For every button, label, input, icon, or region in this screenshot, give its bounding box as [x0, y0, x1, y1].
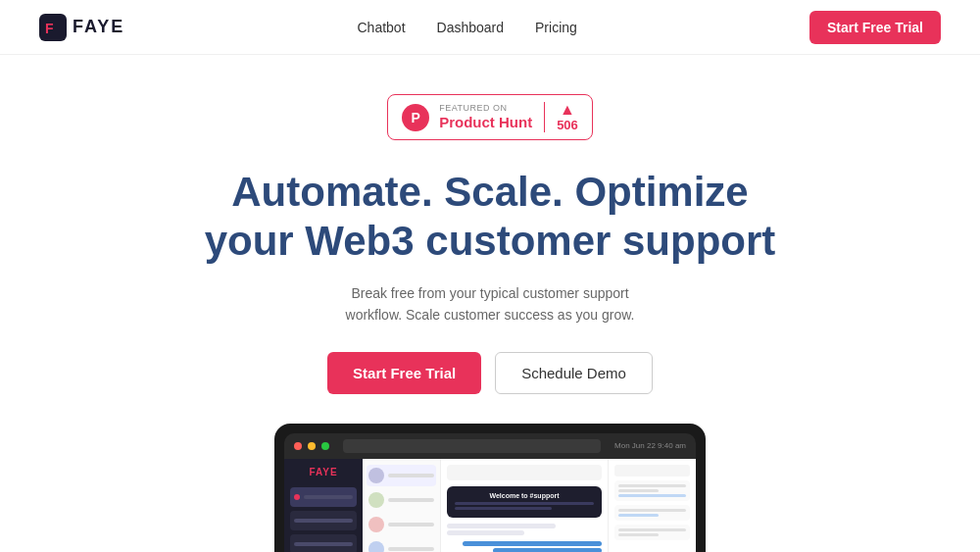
chat-list-item-1: [367, 465, 436, 486]
browser-url-bar: [343, 439, 601, 453]
rp-line-3: [618, 494, 686, 497]
faye-logo-icon: F: [39, 14, 67, 41]
msg-line-3: [463, 541, 602, 546]
chat-list-item-4: [367, 538, 436, 552]
laptop-screen: FAYE: [284, 459, 696, 552]
navbar-cta-button[interactable]: Start Free Trial: [809, 11, 941, 44]
window-minimize-dot: [308, 442, 316, 450]
product-hunt-text: FEATURED ON Product Hunt: [439, 103, 532, 131]
navbar: F FAYE Chatbot Dashboard Pricing Start F…: [0, 0, 980, 55]
welcome-line-1: [455, 502, 594, 505]
app-main-chat: Welcome to #support: [441, 459, 608, 552]
chat-name-2: [388, 498, 434, 502]
app-preview-laptop: Mon Jun 22 9:40 am FAYE: [274, 424, 706, 552]
svg-text:F: F: [45, 21, 54, 36]
message-sent-1: [447, 541, 602, 552]
avatar-3: [368, 517, 384, 532]
laptop-frame: Mon Jun 22 9:40 am FAYE: [274, 424, 706, 552]
hero-cta-secondary-button[interactable]: Schedule Demo: [495, 352, 653, 394]
msg-line-1: [447, 524, 556, 528]
rp-line-5: [618, 514, 659, 517]
rp-line-6: [618, 528, 686, 531]
rp-line-2: [618, 489, 659, 492]
rp-line-7: [618, 533, 659, 536]
avatar-4: [368, 541, 384, 552]
sidebar-item-ai-training: [290, 534, 357, 552]
app-interface-mockup: FAYE: [284, 459, 696, 552]
hero-heading: Automate. Scale. Optimize your Web3 cust…: [205, 168, 776, 267]
laptop-top-bar: Mon Jun 22 9:40 am: [284, 433, 696, 459]
right-panel-item-2: [614, 505, 690, 521]
avatar-2: [368, 492, 384, 508]
avatar-1: [368, 468, 384, 483]
rp-line-4: [618, 509, 686, 512]
rp-line-1: [618, 484, 686, 487]
brand-name: FAYE: [73, 17, 124, 37]
chat-list-item-2: [367, 489, 436, 511]
nav-dashboard[interactable]: Dashboard: [437, 20, 505, 35]
sidebar-item-inbox: [290, 487, 357, 507]
window-maximize-dot: [321, 442, 329, 450]
hero-cta-primary-button[interactable]: Start Free Trial: [327, 352, 481, 394]
sidebar-logo: FAYE: [290, 467, 357, 477]
sidebar-label-inbox: [304, 495, 353, 499]
nav-chatbot[interactable]: Chatbot: [357, 20, 405, 35]
chat-header: [447, 465, 602, 480]
cta-buttons: Start Free Trial Schedule Demo: [327, 352, 653, 394]
nav-links: Chatbot Dashboard Pricing: [357, 20, 576, 35]
product-hunt-icon: P: [402, 104, 429, 131]
ph-votes-block: ▲ 506: [544, 102, 578, 132]
right-panel-item-1: [614, 480, 690, 501]
hero-section: P FEATURED ON Product Hunt ▲ 506 Automat…: [0, 55, 980, 552]
sidebar-dot-inbox: [294, 494, 300, 500]
welcome-title: Welcome to #support: [455, 492, 594, 499]
message-received-1: [447, 524, 602, 535]
hero-heading-line1: Automate. Scale. Optimize: [231, 169, 748, 215]
chat-name-4: [388, 547, 434, 551]
sidebar-label-contacts: [294, 519, 353, 523]
app-sidebar: FAYE: [284, 459, 363, 552]
ph-name: Product Hunt: [439, 114, 532, 131]
ph-upvote-icon: ▲: [560, 102, 575, 118]
ph-vote-count: 506: [557, 118, 578, 132]
product-hunt-badge[interactable]: P FEATURED ON Product Hunt ▲ 506: [387, 94, 593, 140]
app-chat-list: [363, 459, 441, 552]
msg-line-4: [493, 548, 602, 552]
nav-pricing[interactable]: Pricing: [535, 20, 577, 35]
ph-featured-label: FEATURED ON: [439, 103, 507, 114]
welcome-line-2: [455, 507, 552, 510]
chat-name-1: [388, 474, 434, 477]
chat-list-item-3: [367, 514, 436, 535]
app-right-panel: [608, 459, 696, 552]
window-close-dot: [294, 442, 302, 450]
time-display: Mon Jun 22 9:40 am: [614, 441, 686, 450]
chat-name-3: [388, 523, 434, 527]
sidebar-item-contacts: [290, 511, 357, 530]
welcome-message-box: Welcome to #support: [447, 486, 602, 518]
brand-logo[interactable]: F FAYE: [39, 14, 124, 41]
msg-line-2: [447, 530, 524, 535]
sidebar-label-ai: [294, 542, 353, 546]
right-panel-header: [614, 465, 690, 477]
hero-heading-line2: your Web3 customer support: [205, 218, 776, 264]
right-panel-item-3: [614, 525, 690, 540]
hero-subtext: Break free from your typical customer su…: [323, 282, 657, 326]
